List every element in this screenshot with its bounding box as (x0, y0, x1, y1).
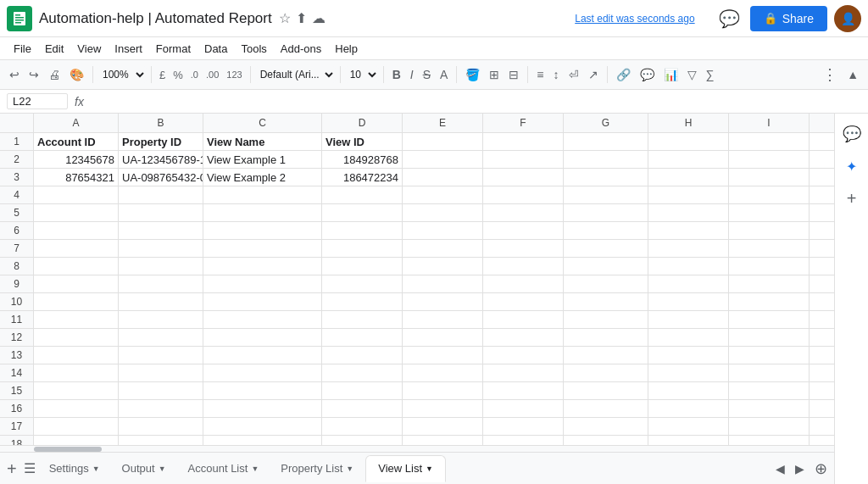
col-header-b[interactable]: B (119, 114, 203, 132)
cell-r18-c3[interactable] (203, 436, 322, 445)
cell-r3-c1[interactable]: 87654321 (34, 169, 119, 186)
cell-r12-c9[interactable] (729, 329, 810, 347)
formula-input[interactable] (91, 95, 861, 108)
cell-r9-c5[interactable] (403, 275, 483, 293)
tab-account-list[interactable]: Account List ▼ (178, 455, 270, 482)
menu-insert[interactable]: Insert (108, 41, 149, 57)
cell-r17-c1[interactable] (34, 418, 119, 436)
star-icon[interactable]: ☆ (279, 10, 291, 26)
cell-r13-c6[interactable] (483, 347, 564, 364)
cell-r2-c1[interactable]: 12345678 (34, 151, 119, 169)
cell-r15-c3[interactable] (203, 382, 322, 400)
add-sheet-icon[interactable]: ⊕ (811, 456, 831, 481)
cell-r3-c8[interactable] (648, 169, 729, 186)
cell-r1-c2[interactable]: Property ID (119, 133, 203, 151)
cell-r12-c8[interactable] (648, 329, 729, 347)
cell-r9-c9[interactable] (729, 275, 810, 293)
sheets-prev-button[interactable]: ◀ (772, 459, 788, 479)
align-button[interactable]: ≡ (532, 64, 548, 85)
borders-button[interactable]: ⊞ (485, 64, 504, 85)
cell-r10-c8[interactable] (648, 293, 729, 311)
col-header-h[interactable]: H (648, 114, 729, 132)
undo-button[interactable]: ↩ (5, 64, 24, 85)
sheets-next-button[interactable]: ▶ (792, 459, 808, 479)
cell-r2-c9[interactable] (729, 151, 810, 169)
row-number-3[interactable]: 3 (0, 169, 34, 186)
menu-data[interactable]: Data (198, 41, 234, 57)
cell-r16-c3[interactable] (203, 400, 322, 418)
tab-property-list[interactable]: Property List ▼ (270, 455, 364, 482)
cell-r7-c8[interactable] (648, 240, 729, 258)
row-number-5[interactable]: 5 (0, 204, 34, 222)
cell-r11-c9[interactable] (729, 311, 810, 329)
col-header-f[interactable]: F (483, 114, 564, 132)
paint-format-button[interactable]: 🎨 (65, 64, 88, 85)
cell-r18-c9[interactable] (729, 436, 810, 445)
collapse-toolbar-button[interactable]: ▲ (843, 64, 863, 85)
print-button[interactable]: 🖨 (44, 64, 64, 85)
italic-button[interactable]: I (406, 64, 418, 85)
col-header-g[interactable]: G (564, 114, 648, 132)
cell-r15-c7[interactable] (564, 382, 648, 400)
cell-r10-c2[interactable] (119, 293, 203, 311)
cell-r13-c2[interactable] (119, 347, 203, 364)
cell-r16-c1[interactable] (34, 400, 119, 418)
cell-r9-c2[interactable] (119, 275, 203, 293)
cell-r4-c9[interactable] (729, 186, 810, 204)
cell-r3-c5[interactable] (403, 169, 483, 186)
menu-tools[interactable]: Tools (234, 41, 273, 57)
cell-r12-c1[interactable] (34, 329, 119, 347)
cell-r2-c6[interactable] (483, 151, 564, 169)
cell-r16-c8[interactable] (648, 400, 729, 418)
cell-r4-c8[interactable] (648, 186, 729, 204)
col-header-c[interactable]: C (203, 114, 322, 132)
cell-r7-c7[interactable] (564, 240, 648, 258)
cell-r14-c2[interactable] (119, 364, 203, 382)
cell-r9-c7[interactable] (564, 275, 648, 293)
cell-r18-c4[interactable] (322, 436, 403, 445)
cell-r13-c9[interactable] (729, 347, 810, 364)
zoom-select[interactable]: 100% 75% 125% (97, 66, 147, 83)
cell-r5-c6[interactable] (483, 204, 564, 222)
cell-r15-c4[interactable] (322, 382, 403, 400)
cell-r15-c8[interactable] (648, 382, 729, 400)
cell-r1-c1[interactable]: Account ID (34, 133, 119, 151)
panel-icon-gemini[interactable]: ✦ (838, 153, 865, 180)
merge-button[interactable]: ⊟ (504, 64, 523, 85)
cell-r5-c2[interactable] (119, 204, 203, 222)
font-select[interactable]: Default (Ari... Arial (255, 66, 336, 83)
cell-r12-c5[interactable] (403, 329, 483, 347)
cell-r6-c8[interactable] (648, 222, 729, 240)
cell-r7-c5[interactable] (403, 240, 483, 258)
cell-r15-c2[interactable] (119, 382, 203, 400)
cell-r2-c5[interactable] (403, 151, 483, 169)
row-number-15[interactable]: 15 (0, 382, 34, 400)
cell-r9-c8[interactable] (648, 275, 729, 293)
text-color-button[interactable]: A (436, 64, 452, 85)
decimal-dec-button[interactable]: .0 (187, 66, 202, 83)
cell-r10-c6[interactable] (483, 293, 564, 311)
cell-r2-c3[interactable]: View Example 1 (203, 151, 322, 169)
row-number-1[interactable]: 1 (0, 133, 34, 151)
cell-r11-c6[interactable] (483, 311, 564, 329)
cell-r15-c9[interactable] (729, 382, 810, 400)
cell-r8-c8[interactable] (648, 258, 729, 275)
col-header-e[interactable]: E (403, 114, 483, 132)
cell-r4-c6[interactable] (483, 186, 564, 204)
valign-button[interactable]: ↕ (549, 64, 564, 85)
cell-r10-c5[interactable] (403, 293, 483, 311)
cell-r11-c4[interactable] (322, 311, 403, 329)
fill-color-button[interactable]: 🪣 (461, 64, 484, 85)
cell-r5-c1[interactable] (34, 204, 119, 222)
bold-button[interactable]: B (388, 64, 405, 85)
cell-r1-c8[interactable] (648, 133, 729, 151)
cell-r6-c7[interactable] (564, 222, 648, 240)
cell-r10-c9[interactable] (729, 293, 810, 311)
cell-r6-c1[interactable] (34, 222, 119, 240)
cell-r9-c3[interactable] (203, 275, 322, 293)
cell-r4-c1[interactable] (34, 186, 119, 204)
cell-r6-c3[interactable] (203, 222, 322, 240)
cell-r18-c7[interactable] (564, 436, 648, 445)
share-button[interactable]: 🔒 Share (750, 6, 827, 31)
menu-format[interactable]: Format (149, 41, 198, 57)
